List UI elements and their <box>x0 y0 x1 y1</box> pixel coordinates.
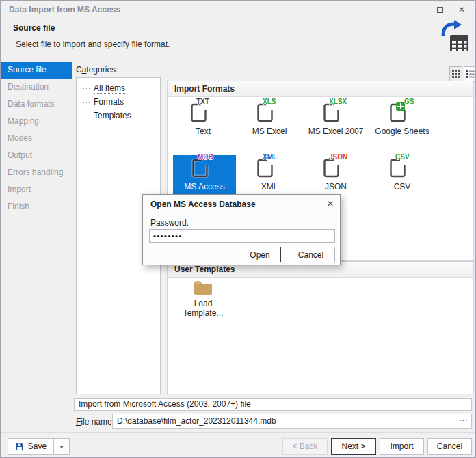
chevron-down-icon: ▾ <box>60 443 63 450</box>
grid-view-button[interactable] <box>449 66 462 82</box>
grid-view-icon <box>452 70 460 78</box>
back-button: < Back <box>282 438 328 455</box>
text-caret <box>183 232 183 240</box>
folder-icon <box>193 278 213 296</box>
categories-label: Categories: <box>76 65 118 75</box>
sidebar-item-mapping[interactable]: Mapping <box>1 113 72 130</box>
dialog-open-button[interactable]: Open <box>239 247 281 262</box>
tree-guide <box>83 95 91 109</box>
import-formats-header: Import Formats <box>168 81 473 97</box>
list-view-button[interactable] <box>464 66 476 82</box>
page-title: Source file <box>13 23 55 33</box>
tree-item-all-items[interactable]: All Items <box>77 81 160 95</box>
maximize-icon <box>437 7 443 13</box>
tree-item-formats[interactable]: Formats <box>77 95 160 109</box>
format-tile-xml[interactable]: XML XML <box>238 155 301 199</box>
wizard-window: Data Import from MS Access – ✕ Source fi… <box>0 0 476 458</box>
save-dropdown-button[interactable]: ▾ <box>53 438 70 455</box>
dialog-close-button[interactable]: ✕ <box>327 199 334 208</box>
maximize-button[interactable] <box>429 2 451 17</box>
browse-button[interactable]: ··· <box>458 415 470 427</box>
sidebar-item-import[interactable]: Import <box>1 181 72 198</box>
dialog-title: Open MS Access Database <box>150 200 256 209</box>
format-tile-ms-excel-2007[interactable]: XLSX MS Excel 2007 <box>304 100 367 144</box>
dialog-cancel-button[interactable]: Cancel <box>287 247 335 262</box>
sidebar-item-errors-handling[interactable]: Errors handling <box>1 164 72 181</box>
file-name-input[interactable]: D:\database\film_actor_202312011344.mdb … <box>112 414 472 429</box>
close-icon: ✕ <box>327 199 334 208</box>
user-templates-group: User Templates Load Template... <box>167 261 474 394</box>
file-name-label: File name: <box>76 417 114 427</box>
password-input[interactable]: •••••••• <box>149 229 335 243</box>
footer-bar: Save ▾ < Back Next > Import Cancel <box>1 432 475 457</box>
cancel-button[interactable]: Cancel <box>427 438 472 455</box>
tree-guide <box>83 109 91 122</box>
format-status-bar: Import from Microsoft Access (2003, 2007… <box>74 398 472 411</box>
title-bar[interactable]: Data Import from MS Access – ✕ <box>1 1 475 18</box>
open-ms-access-database-dialog: Open MS Access Database ✕ Password: ••••… <box>142 194 341 265</box>
next-button[interactable]: Next > <box>331 438 376 455</box>
password-label: Password: <box>150 218 189 228</box>
page-subtitle: Select file to import and specify file f… <box>16 40 170 49</box>
format-tile-ms-excel[interactable]: XLS MS Excel <box>238 100 301 144</box>
tree-guide <box>83 81 91 95</box>
minimize-button[interactable]: – <box>407 2 429 17</box>
tree-item-templates[interactable]: Templates <box>77 109 160 122</box>
format-tile-google-sheets[interactable]: GS Google Sheets <box>371 100 434 144</box>
minimize-icon: – <box>416 5 421 14</box>
import-button[interactable]: Import <box>380 438 424 455</box>
sidebar-item-data-formats[interactable]: Data formats <box>1 96 72 113</box>
format-tile-text[interactable]: TXT Text <box>172 100 235 144</box>
sidebar-item-source-file[interactable]: Source file <box>1 62 72 79</box>
close-button[interactable]: ✕ <box>451 2 473 17</box>
wizard-header: Source file Select file to import and sp… <box>1 18 475 59</box>
import-table-icon <box>438 18 470 55</box>
format-tile-csv[interactable]: CSV CSV <box>371 155 434 199</box>
wizard-steps-sidebar: Source file Destination Data formats Map… <box>1 60 72 431</box>
load-template-tile[interactable]: Load Template... <box>172 278 235 318</box>
sidebar-item-modes[interactable]: Modes <box>1 130 72 147</box>
sidebar-item-output[interactable]: Output <box>1 147 72 164</box>
window-title: Data Import from MS Access <box>9 5 120 14</box>
save-icon <box>15 442 24 451</box>
sidebar-item-finish[interactable]: Finish <box>1 198 72 215</box>
save-button[interactable]: Save <box>8 438 54 455</box>
format-tile-json[interactable]: JSON JSON <box>304 155 367 199</box>
close-icon: ✕ <box>458 5 465 14</box>
list-view-icon <box>466 70 475 78</box>
sidebar-item-destination[interactable]: Destination <box>1 79 72 96</box>
